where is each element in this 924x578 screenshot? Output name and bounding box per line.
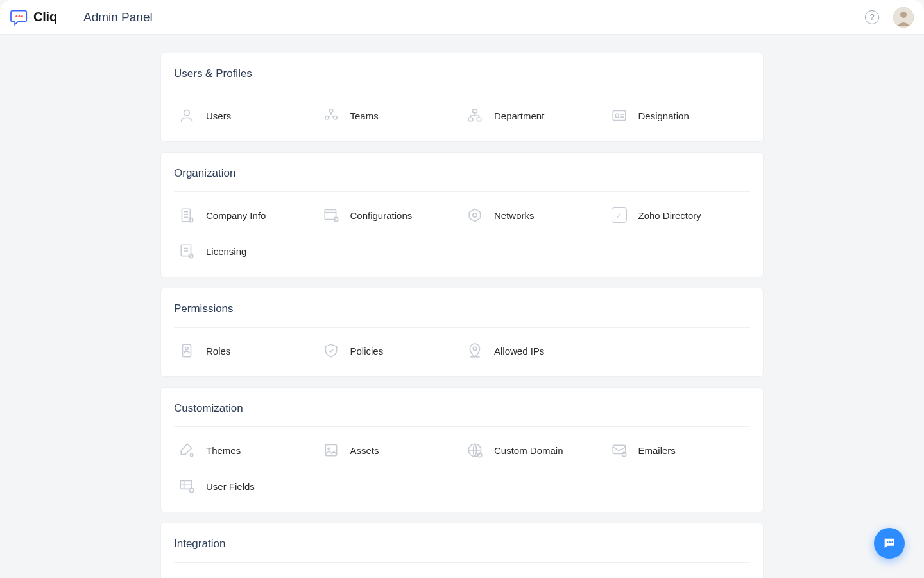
item-emm-services[interactable]: EMM Services xyxy=(606,563,751,578)
svg-point-5 xyxy=(184,110,190,116)
zoho-directory-icon: Z xyxy=(610,206,628,224)
item-label: Themes xyxy=(206,445,241,456)
svg-rect-9 xyxy=(473,109,477,112)
avatar-icon xyxy=(893,7,914,28)
item-label: Users xyxy=(206,110,231,121)
item-networks[interactable]: Networks xyxy=(462,192,606,228)
item-department[interactable]: Department xyxy=(462,92,606,128)
roles-icon xyxy=(178,342,196,360)
allowed-ips-icon xyxy=(466,342,484,360)
item-user-fields[interactable]: User Fields xyxy=(174,463,318,499)
svg-point-24 xyxy=(473,347,476,350)
item-label: Department xyxy=(494,110,544,121)
configurations-icon xyxy=(322,206,340,224)
svg-point-19 xyxy=(473,213,477,218)
custom-domain-icon xyxy=(466,441,484,459)
item-designation[interactable]: Designation xyxy=(606,92,751,128)
svg-point-15 xyxy=(189,218,193,222)
item-label: Assets xyxy=(350,445,379,456)
teams-icon xyxy=(322,107,340,125)
item-licensing[interactable]: Licensing xyxy=(174,228,318,264)
svg-point-39 xyxy=(887,541,888,543)
item-custom-domain[interactable]: Custom Domain xyxy=(462,427,606,463)
brand-name: Cliq xyxy=(33,10,57,24)
company-info-icon xyxy=(178,206,196,224)
item-label: Company Info xyxy=(206,210,266,221)
svg-marker-18 xyxy=(469,209,480,222)
item-label: Policies xyxy=(350,346,384,356)
svg-point-25 xyxy=(190,453,193,456)
item-sso-services[interactable]: SSO services xyxy=(462,563,606,578)
svg-point-8 xyxy=(333,116,336,119)
svg-point-4 xyxy=(900,12,907,18)
page-title: Admin Panel xyxy=(83,10,153,24)
brand-logo[interactable]: Cliq xyxy=(10,7,69,28)
content: Users & Profiles Users Teams xyxy=(160,53,764,578)
user-icon xyxy=(178,107,196,125)
item-users[interactable]: Users xyxy=(174,92,318,128)
section-title: Organization xyxy=(174,153,750,192)
svg-point-1 xyxy=(19,15,21,17)
section-organization: Organization Company Info Configurations xyxy=(160,152,764,277)
item-label: Zoho Directory xyxy=(638,210,701,221)
item-label: Roles xyxy=(206,346,230,356)
policies-icon xyxy=(322,342,340,360)
item-zoho-directory[interactable]: Z Zoho Directory xyxy=(606,192,751,228)
item-label: Teams xyxy=(350,110,379,121)
svg-point-41 xyxy=(891,541,893,543)
licensing-icon xyxy=(178,242,196,260)
item-configurations[interactable]: Configurations xyxy=(318,192,463,228)
section-permissions: Permissions Roles Policies xyxy=(160,288,764,377)
item-policies[interactable]: Policies xyxy=(318,328,463,363)
svg-point-31 xyxy=(622,452,626,457)
section-title: Permissions xyxy=(174,288,750,328)
profile-avatar[interactable] xyxy=(893,7,914,28)
svg-rect-26 xyxy=(325,444,336,455)
chat-icon xyxy=(882,536,896,550)
item-label: Custom Domain xyxy=(494,445,563,456)
item-themes[interactable]: Themes xyxy=(174,427,318,463)
designation-icon xyxy=(610,107,628,125)
item-allowed-ips[interactable]: Allowed IPs xyxy=(462,328,606,363)
user-fields-icon xyxy=(178,477,196,495)
svg-point-6 xyxy=(329,109,332,112)
content-scroll[interactable]: Users & Profiles Users Teams xyxy=(0,35,924,578)
svg-point-40 xyxy=(889,541,891,543)
item-assets[interactable]: Assets xyxy=(318,427,463,463)
item-office-365[interactable]: Office 365 xyxy=(174,563,318,578)
svg-point-0 xyxy=(15,15,17,17)
svg-rect-22 xyxy=(183,344,191,357)
section-customization: Customization Themes Assets xyxy=(160,387,764,512)
assets-icon xyxy=(322,441,340,459)
svg-point-2 xyxy=(21,15,23,17)
section-title: Customization xyxy=(174,388,750,427)
header: Cliq Admin Panel ? xyxy=(0,0,924,35)
section-integration: Integration Office 365 Zoho People xyxy=(160,523,764,578)
item-label: Configurations xyxy=(350,210,413,221)
help-button[interactable]: ? xyxy=(865,10,879,24)
department-icon xyxy=(466,107,484,125)
svg-point-7 xyxy=(325,116,328,119)
svg-rect-11 xyxy=(477,118,481,121)
svg-rect-32 xyxy=(180,480,191,489)
section-users-profiles: Users & Profiles Users Teams xyxy=(160,53,764,142)
item-zoho-people[interactable]: Zoho People xyxy=(318,563,463,578)
svg-rect-10 xyxy=(468,118,473,121)
section-title: Integration xyxy=(174,523,750,563)
svg-point-13 xyxy=(615,114,619,117)
item-company-info[interactable]: Company Info xyxy=(174,192,318,228)
item-label: Emailers xyxy=(638,445,676,456)
chat-fab[interactable] xyxy=(874,528,905,559)
themes-icon xyxy=(178,441,196,459)
item-teams[interactable]: Teams xyxy=(318,92,463,128)
cliq-logo-icon xyxy=(10,9,28,26)
networks-icon xyxy=(466,206,484,224)
item-label: Designation xyxy=(638,110,689,121)
item-label: User Fields xyxy=(206,481,255,492)
item-label: Allowed IPs xyxy=(494,346,544,356)
section-title: Users & Profiles xyxy=(174,53,750,92)
item-label: Networks xyxy=(494,210,535,221)
item-roles[interactable]: Roles xyxy=(174,328,318,363)
item-label: Licensing xyxy=(206,246,246,257)
item-emailers[interactable]: Emailers xyxy=(606,427,751,463)
